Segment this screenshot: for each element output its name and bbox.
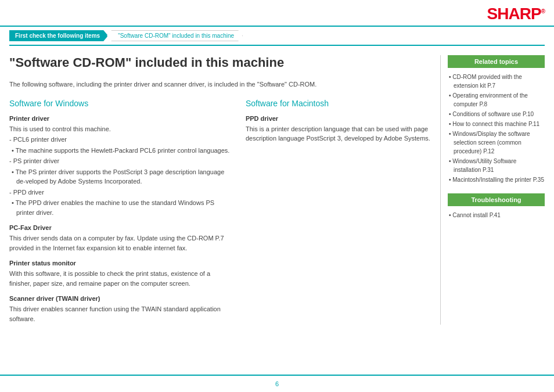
page-title: "Software CD-ROM" included in this machi… [9, 55, 431, 70]
breadcrumb: First check the following items "Softwar… [0, 27, 554, 45]
content-columns: Software for Windows Printer driver This… [9, 99, 431, 325]
related-topics-header: Related topics [448, 55, 545, 68]
logo-dot: ® [541, 8, 545, 15]
sharp-logo: SHARP® [487, 5, 545, 23]
footer: 6 [0, 375, 554, 392]
header: SHARP® [0, 0, 554, 27]
printer-driver-heading: Printer driver [9, 115, 232, 122]
printer-driver-section: Printer driver This is used to control t… [9, 115, 232, 218]
ppd-driver-section: PPD driver This is a printer description… [246, 115, 431, 143]
printer-status-section: Printer status monitor With this softwar… [9, 260, 232, 288]
troubleshooting-item-1[interactable]: Cannot install P.41 [448, 211, 545, 220]
printer-driver-text6: - PPD driver [9, 188, 232, 197]
breadcrumb-second[interactable]: "Software CD-ROM" included in this machi… [107, 30, 243, 41]
pcfax-driver-text1: This driver sends data on a computer by … [9, 233, 232, 253]
main-layout: "Software CD-ROM" included in this machi… [0, 46, 554, 334]
related-topics-list: CD-ROM provided with the extension kit P… [448, 73, 545, 184]
related-topic-1[interactable]: CD-ROM provided with the extension kit P… [448, 73, 545, 90]
windows-section: Software for Windows Printer driver This… [9, 99, 232, 325]
scanner-driver-section: Scanner driver (TWAIN driver) This drive… [9, 295, 232, 323]
page-number: 6 [275, 380, 279, 387]
printer-driver-text5: • The PS printer driver supports the Pos… [9, 167, 232, 186]
printer-driver-text7: • The PPD driver enables the machine to … [9, 198, 232, 217]
printer-status-text1: With this software, it is possible to ch… [9, 269, 232, 288]
scanner-driver-heading: Scanner driver (TWAIN driver) [9, 295, 232, 302]
printer-driver-text4: - PS printer driver [9, 156, 232, 166]
troubleshooting-list: Cannot install P.41 [448, 211, 545, 220]
related-topic-7[interactable]: Macintosh/Installing the printer P.35 [448, 175, 545, 184]
related-topic-4[interactable]: How to connect this machine P.11 [448, 120, 545, 128]
related-topic-3[interactable]: Conditions of software use P.10 [448, 110, 545, 118]
windows-section-title: Software for Windows [9, 99, 232, 108]
content-area: "Software CD-ROM" included in this machi… [9, 55, 431, 325]
troubleshooting-header: Troubleshooting [448, 193, 545, 206]
breadcrumb-first[interactable]: First check the following items [9, 30, 108, 41]
intro-text: The following software, including the pr… [9, 80, 431, 89]
printer-driver-text3: • The machine supports the Hewlett-Packa… [9, 146, 232, 156]
sidebar: Related topics CD-ROM provided with the … [440, 55, 545, 325]
related-topic-6[interactable]: Windows/Utility Software installation P.… [448, 157, 545, 174]
ppd-driver-text1: This is a printer description language t… [246, 124, 431, 143]
mac-section: Software for Macintosh PPD driver This i… [246, 99, 431, 325]
spacer [0, 334, 554, 375]
printer-driver-text2: - PCL6 printer driver [9, 135, 232, 145]
printer-status-heading: Printer status monitor [9, 260, 232, 267]
scanner-driver-text1: This driver enables scanner function usi… [9, 304, 232, 323]
mac-section-title: Software for Macintosh [246, 99, 431, 108]
printer-driver-text1: This is used to control this machine. [9, 124, 232, 134]
related-topic-2[interactable]: Operating environment of the computer P.… [448, 91, 545, 109]
ppd-driver-heading: PPD driver [246, 115, 431, 122]
related-topic-5[interactable]: Windows/Display the software selection s… [448, 130, 545, 156]
pcfax-driver-section: PC-Fax Driver This driver sends data on … [9, 224, 232, 253]
pcfax-driver-heading: PC-Fax Driver [9, 224, 232, 231]
